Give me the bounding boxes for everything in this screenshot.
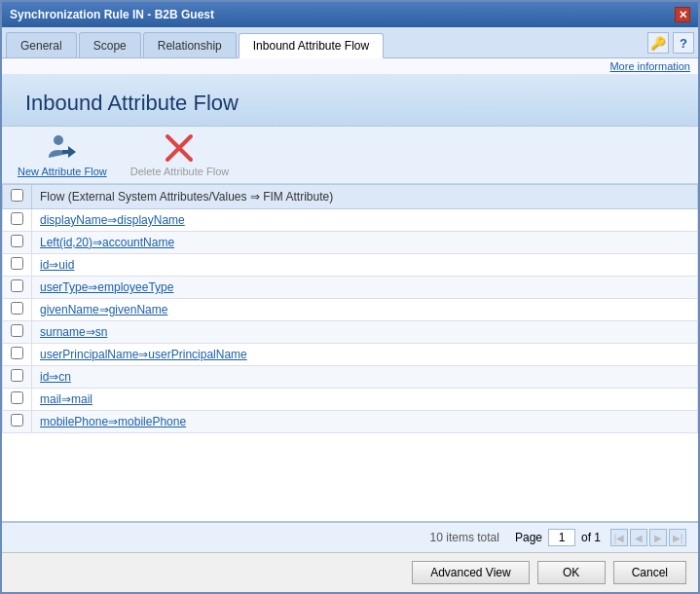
next-page-button[interactable]: ▶ [649, 529, 667, 546]
page-number-input[interactable] [548, 529, 575, 546]
row-checkbox[interactable] [11, 212, 23, 225]
cancel-button[interactable]: Cancel [613, 561, 686, 584]
tab-inbound-attribute-flow[interactable]: Inbound Attribute Flow [239, 33, 384, 58]
new-attribute-flow-label[interactable]: New Attribute Flow [18, 166, 107, 177]
title-bar: Synchronization Rule IN - B2B Guest ✕ [2, 2, 698, 27]
flow-link[interactable]: givenName⇒givenName [40, 303, 167, 316]
row-checkbox-cell [3, 209, 32, 232]
toolbar: New Attribute Flow Delete Attribute Flow [2, 127, 698, 184]
table-row: givenName⇒givenName [3, 299, 698, 321]
table-row: displayName⇒displayName [3, 209, 698, 232]
row-checkbox-cell [3, 321, 32, 344]
table-row: userPrincipalName⇒userPrincipalName [3, 344, 698, 366]
row-checkbox[interactable] [11, 302, 23, 315]
pagination-bar: 10 items total Page of 1 |◀ ◀ ▶ ▶| [2, 521, 698, 552]
flow-link[interactable]: Left(id,20)⇒accountName [40, 236, 174, 249]
more-info-link[interactable]: More information [609, 60, 690, 72]
row-checkbox-cell [3, 277, 32, 299]
key-icon-button[interactable]: 🔑 [647, 32, 669, 54]
delete-attribute-flow-button[interactable]: Delete Attribute Flow [130, 132, 230, 177]
row-checkbox-cell [3, 366, 32, 389]
page-header: Inbound Attribute Flow [2, 75, 698, 127]
tab-icons: 🔑 ? [647, 32, 694, 57]
tabs-container: General Scope Relationship Inbound Attri… [6, 32, 384, 57]
flow-link[interactable]: mobilePhone⇒mobilePhone [40, 415, 186, 428]
row-checkbox[interactable] [11, 347, 23, 359]
row-flow-value: givenName⇒givenName [32, 299, 698, 321]
row-checkbox[interactable] [11, 279, 23, 292]
table-row: surname⇒sn [3, 321, 698, 344]
flow-header: Flow (External System Attributes/Values … [32, 185, 698, 209]
flow-link[interactable]: surname⇒sn [40, 325, 107, 339]
row-checkbox[interactable] [11, 369, 23, 382]
row-flow-value: id⇒uid [32, 254, 698, 277]
row-flow-value: userType⇒employeeType [32, 277, 698, 299]
row-flow-value: id⇒cn [32, 366, 698, 389]
tab-bar: General Scope Relationship Inbound Attri… [2, 27, 698, 58]
row-checkbox-cell [3, 344, 32, 366]
table-row: mobilePhone⇒mobilePhone [3, 411, 698, 433]
delete-attribute-flow-label[interactable]: Delete Attribute Flow [130, 166, 230, 177]
attribute-flow-table: Flow (External System Attributes/Values … [2, 184, 698, 433]
flow-link[interactable]: id⇒uid [40, 258, 74, 272]
tab-relationship[interactable]: Relationship [143, 32, 237, 57]
close-button[interactable]: ✕ [675, 7, 690, 22]
advanced-view-button[interactable]: Advanced View [412, 561, 530, 584]
table-row: Left(id,20)⇒accountName [3, 232, 698, 254]
pagination-nav: |◀ ◀ ▶ ▶| [610, 529, 686, 546]
flow-link[interactable]: id⇒cn [40, 370, 71, 384]
more-info-bar: More information [2, 58, 698, 75]
row-checkbox-cell [3, 389, 32, 411]
items-total: 10 items total [430, 531, 499, 544]
flow-link[interactable]: userType⇒employeeType [40, 280, 173, 294]
row-flow-value: surname⇒sn [32, 321, 698, 344]
select-all-checkbox[interactable] [11, 189, 23, 202]
window-title: Synchronization Rule IN - B2B Guest [10, 8, 214, 21]
tab-scope[interactable]: Scope [79, 32, 141, 57]
content-area: More information Inbound Attribute Flow … [2, 58, 698, 552]
ok-button[interactable]: OK [537, 561, 606, 584]
delete-attribute-flow-icon [164, 132, 195, 164]
of-label: of 1 [581, 531, 601, 544]
new-attribute-flow-icon [47, 132, 78, 164]
help-icon-button[interactable]: ? [673, 32, 694, 54]
row-checkbox[interactable] [11, 391, 23, 404]
row-checkbox-cell [3, 299, 32, 321]
footer-bar: Advanced View OK Cancel [2, 552, 698, 592]
row-checkbox-cell [3, 254, 32, 277]
svg-point-0 [54, 135, 63, 145]
new-attribute-flow-button[interactable]: New Attribute Flow [18, 132, 107, 177]
help-icon: ? [680, 36, 687, 51]
tab-general[interactable]: General [6, 32, 77, 57]
row-checkbox[interactable] [11, 257, 23, 270]
row-checkbox-cell [3, 411, 32, 433]
row-flow-value: mail⇒mail [32, 389, 698, 411]
flow-link[interactable]: userPrincipalName⇒userPrincipalName [40, 348, 247, 361]
flow-link[interactable]: mail⇒mail [40, 392, 92, 406]
first-page-button[interactable]: |◀ [610, 529, 628, 546]
key-icon: 🔑 [650, 36, 666, 51]
table-row: id⇒cn [3, 366, 698, 389]
table-row: userType⇒employeeType [3, 277, 698, 299]
table-row: id⇒uid [3, 254, 698, 277]
table-row: mail⇒mail [3, 389, 698, 411]
row-flow-value: Left(id,20)⇒accountName [32, 232, 698, 254]
row-checkbox-cell [3, 232, 32, 254]
last-page-button[interactable]: ▶| [669, 529, 686, 546]
prev-page-button[interactable]: ◀ [630, 529, 647, 546]
main-window: Synchronization Rule IN - B2B Guest ✕ Ge… [0, 0, 700, 594]
row-checkbox[interactable] [11, 235, 23, 247]
row-flow-value: userPrincipalName⇒userPrincipalName [32, 344, 698, 366]
flow-link[interactable]: displayName⇒displayName [40, 213, 185, 227]
page-title: Inbound Attribute Flow [25, 91, 675, 116]
row-flow-value: mobilePhone⇒mobilePhone [32, 411, 698, 433]
page-label: Page [515, 531, 542, 544]
row-checkbox[interactable] [11, 414, 23, 427]
attribute-flow-table-area: Flow (External System Attributes/Values … [2, 184, 698, 521]
header-checkbox-cell [3, 185, 32, 209]
row-checkbox[interactable] [11, 324, 23, 337]
row-flow-value: displayName⇒displayName [32, 209, 698, 232]
